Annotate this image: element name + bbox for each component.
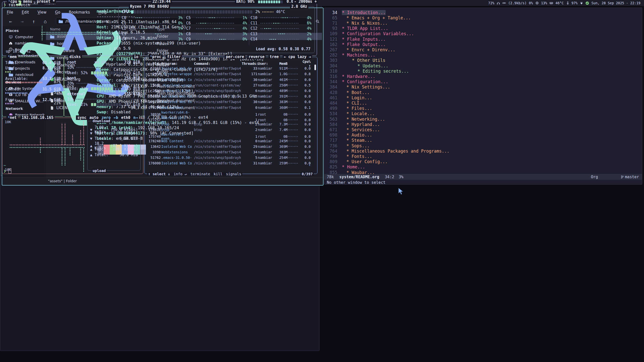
interval-control[interactable]: - 2000ms + [293,0,318,4]
org-heading: * Emacs + Org + Tangle... [346,15,411,20]
org-heading-line[interactable]: 303* Other Utils [324,58,642,63]
proc-header-pid[interactable]: Pid: [147,62,161,66]
org-heading: * Services... [346,127,380,132]
tree-button[interactable]: tree [268,55,280,59]
process-row[interactable]: 51762.emacs-31.0.50-/nix/store/wnqz5pa8r… [147,155,316,160]
line-number: 121 [324,37,337,42]
process-row[interactable]: 178616btopbtop2nambiar7.4M0.0 [147,127,316,132]
org-heading: * Home... [342,164,365,169]
org-heading-line[interactable]: 698* Audio... [324,132,642,138]
org-heading-line[interactable]: 671* Services... [324,127,642,132]
org-heading-line[interactable]: 93* TLDR App List... [324,26,642,31]
process-row[interactable]: 2601.Hyprland-wrapp/run/current-system/s… [147,82,316,88]
proc-header-threads[interactable]: Threads: [242,62,257,66]
org-heading-line[interactable]: 316* Hardware... [324,74,642,79]
filter-button[interactable]: filter [166,55,182,59]
mem-row: Used:8.15 GiB [5,65,61,71]
proc-title[interactable]: ⁴proc [149,55,163,59]
org-heading-line[interactable]: 162* Flake Output... [324,42,642,47]
io-mode-button[interactable]: io [133,55,140,59]
org-heading-line[interactable]: 534* Locale... [324,111,642,116]
org-heading-line[interactable]: 428* Boot... [324,90,642,95]
menu-button[interactable]: menu [22,0,33,4]
org-heading-line[interactable]: 282* Machines... [324,53,642,58]
process-row[interactable]: 179127btopbtop2nambiar7.3M0.0 [147,121,316,127]
mem-label: Available: [5,76,28,81]
process-row[interactable]: 176000Isolated Web Co/nix/store/sm8fmrf3… [147,160,316,166]
proc-scrollbar[interactable] [314,65,316,70]
disk-free-delta: ▼4.6M [95,60,106,65]
org-heading-line[interactable]: 267* Envrc + Direnv... [324,47,642,52]
org-heading-line[interactable]: 809* User Config... [324,159,642,164]
process-row[interactable]: 178294Web Content/nix/store/sm8fmrf3wps4… [147,105,316,110]
org-heading-line[interactable]: 717* Steam... [324,138,642,143]
disks-title[interactable]: disks [68,55,82,59]
org-heading-line[interactable]: 799* Fonts... [324,154,642,159]
proc-nav[interactable]: ← cpu lazy → [283,55,312,59]
core-row: C83% [186,31,247,36]
proc-footer[interactable]: ↑ select ↓info ↵terminatekillsignals [147,172,242,176]
org-heading-line[interactable]: 344* Configuration... [324,79,642,84]
org-heading: * Sops... [346,143,370,148]
line-number: 304 [324,63,337,68]
org-heading-line[interactable]: 121* Flake Inputs... [324,36,642,42]
process-row[interactable]: 175749kworker/6:2-even1root0B0.0 [147,132,316,138]
org-heading-line[interactable]: 736* Sops... [324,143,642,148]
org-heading: * Updates... [357,63,388,68]
proc-header-command[interactable]: Command: [194,62,241,66]
core-meter [261,23,298,24]
org-heading-line[interactable]: 304* Updates... [324,63,642,68]
org-heading-line[interactable]: 461* Login... [324,95,642,100]
org-heading: * Files... [346,106,372,111]
process-list[interactable]: 52368Isolated Web Co/nix/store/sm8fmrf3w… [147,66,316,166]
process-row[interactable]: 2658.firefox-wrappe/nix/store/sm8fmrf3wp… [147,71,316,77]
process-row[interactable]: 38936kworker/u64:6-kc1root0B0.0 [147,110,316,116]
reverse-button[interactable]: reverse [247,55,266,59]
org-heading-line[interactable]: 563* Networking... [324,116,642,122]
process-row[interactable]: 3390WebExtensions/nix/store/sm8fmrf3wps4… [147,149,316,155]
line-number: 384 [324,84,337,89]
net-io-box: download upload ▼7.00 KiB/s(56.0 Kibps)▼… [87,121,141,171]
per-core-button[interactable]: per-core [225,55,245,59]
net-control-sync[interactable]: sync [77,115,86,120]
org-heading-line[interactable]: 109* Configuration Variables... [324,31,642,36]
process-row[interactable]: 52134Isolated Web Co/nix/store/sm8fmrf3w… [147,94,316,99]
org-heading-line[interactable]: 584* Hyprland... [324,122,642,127]
preset-button[interactable]: preset * [35,0,56,4]
status-text: 97% [572,1,578,5]
proc-action-4[interactable]: signals [226,172,241,176]
proc-header-program[interactable]: Program: [161,62,193,66]
org-heading-line[interactable]: 499* Files... [324,106,642,111]
proc-header-memb[interactable]: MemB [274,62,288,66]
net-control-eth0[interactable]: eth0 [121,115,130,120]
org-heading-line[interactable]: 34* Introduction... [324,10,642,15]
org-heading-line[interactable]: 71* Nix & Nixos... [324,20,642,26]
org-heading-line[interactable]: 384* Nix Settings... [324,84,642,90]
org-heading-line[interactable]: 65* Emacs + Org + Tangle... [324,15,642,20]
process-row[interactable]: 177257kworker/10:1-mm_1root0B0.0 [147,116,316,121]
proc-action-3[interactable]: kill [214,172,222,176]
process-row[interactable]: 52368Isolated Web Co/nix/store/sm8fmrf3w… [147,66,316,71]
org-heading-line[interactable]: 764* Miscellaneous Packages and Programs… [324,148,642,154]
proc-header-user[interactable]: User: [258,62,274,66]
process-row[interactable]: 178248Web Content/nix/store/sm8fmrf3wps4… [147,138,316,144]
disk-used-row: Used: 73%185 MiB [67,86,140,91]
org-heading-line[interactable]: 310* Editing secrets... [324,68,642,74]
mem-title[interactable]: ²mem [6,55,18,59]
process-row[interactable]: 176646Isolated Web Co/nix/store/sm8fmrf3… [147,77,316,82]
net-title[interactable]: ³net [6,115,18,120]
net-control-b[interactable]: ←b [114,115,118,120]
org-heading-line[interactable]: 825* Home... [324,164,642,170]
process-row[interactable]: 2660.emacs-31.0.50-/nix/store/wnqz5pa8ra… [147,88,316,94]
proc-action-1[interactable]: info ↵ [174,172,187,176]
core-label: C8 [186,32,196,36]
org-heading-line[interactable]: 484* CLI... [324,100,642,106]
proc-action-2[interactable]: terminate [190,172,210,176]
process-row[interactable]: 176223Isolated Web Co/nix/store/sm8fmrf3… [147,99,316,105]
cpu-title[interactable]: ¹cpu [7,0,18,4]
proc-action-0[interactable]: ↑ select ↓ [148,172,170,176]
network-panel: ³net 192.168.10.165 syncautozero←beth0n→… [2,118,143,174]
net-control-n[interactable]: n→ [133,115,138,120]
org-heading: * Configuration... [342,79,388,84]
process-row[interactable]: 13642Isolated Web Co/nix/store/sm8fmrf3w… [147,144,316,149]
